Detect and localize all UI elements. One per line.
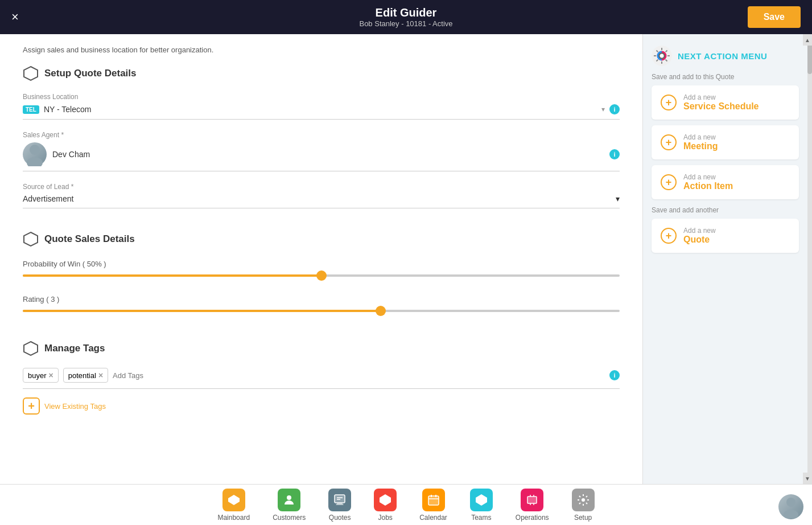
meeting-text: Add a new Meeting [683, 133, 790, 151]
svg-point-23 [582, 498, 585, 502]
probability-slider-container: Probability of Win ( 50% ) [23, 259, 620, 277]
quote-text: Add a new Quote [683, 227, 790, 245]
next-action-title: NEXT ACTION MENU [678, 51, 767, 61]
svg-marker-0 [24, 67, 38, 80]
probability-label: Probability of Win ( 50% ) [23, 260, 106, 268]
nav-setup[interactable]: Setup [560, 484, 606, 526]
add-new-service-label: Add a new [683, 93, 790, 101]
right-panel: NEXT ACTION MENU Save and add to this Qu… [642, 34, 807, 484]
business-location-input[interactable]: TEL NY - Telecom ▾ i [23, 104, 620, 120]
meeting-title: Meeting [683, 141, 790, 151]
save-add-label: Save and add to this Quote [652, 73, 799, 81]
svg-point-25 [784, 510, 798, 518]
close-button[interactable]: × [11, 10, 19, 24]
agent-name: Dev Cham [52, 150, 604, 159]
nav-setup-label: Setup [574, 514, 592, 522]
gear-icon [652, 46, 672, 66]
nav-customers[interactable]: Customers [261, 484, 317, 526]
add-new-action-label: Add a new [683, 173, 790, 181]
nav-teams[interactable]: Teams [459, 484, 504, 526]
nav-mainboard[interactable]: Mainboard [206, 484, 261, 526]
tag-potential-label: potential [68, 371, 96, 380]
add-service-schedule-card[interactable]: + Add a new Service Schedule [652, 85, 799, 120]
setup-icon [572, 489, 595, 511]
rating-thumb[interactable] [376, 306, 386, 316]
add-new-quote-label: Add a new [683, 227, 790, 235]
svg-point-1 [30, 145, 40, 155]
assign-text: Assign sales and business location for b… [23, 46, 620, 54]
nav-calendar[interactable]: Calendar [408, 484, 459, 526]
scrollbar[interactable] [807, 34, 812, 484]
agent-avatar [23, 142, 47, 166]
chevron-icon: ▾ [601, 105, 605, 113]
section2-icon [23, 231, 39, 247]
info-icon-location[interactable]: i [609, 104, 620, 114]
source-lead-input[interactable]: Advertisement ▾ [23, 194, 620, 208]
main-layout: Assign sales and business location for b… [0, 34, 812, 484]
add-quote-card[interactable]: + Add a new Quote [652, 219, 799, 253]
nav-quotes[interactable]: Quotes [317, 484, 362, 526]
tag-buyer-remove[interactable]: × [49, 371, 53, 380]
svg-point-6 [660, 54, 664, 58]
action-item-title: Action Item [683, 181, 790, 191]
business-location-field: Business Location TEL NY - Telecom ▾ i [23, 93, 620, 120]
quotes-icon [328, 489, 351, 511]
dropdown-arrow-icon: ▾ [616, 194, 620, 203]
add-tags-input[interactable] [113, 371, 605, 380]
next-action-header: NEXT ACTION MENU [652, 46, 799, 66]
user-avatar[interactable] [778, 494, 803, 519]
add-action-item-card[interactable]: + Add a new Action Item [652, 165, 799, 199]
page-title: Edit Guider [376, 6, 437, 19]
source-lead-label: Source of Lead * [23, 183, 620, 191]
section1-icon [23, 65, 39, 81]
info-icon-agent[interactable]: i [609, 149, 620, 159]
section1-header: Setup Quote Details [23, 65, 620, 81]
customers-icon [278, 489, 300, 511]
svg-rect-20 [428, 496, 439, 505]
probability-track[interactable] [23, 274, 620, 277]
teams-icon [470, 489, 493, 511]
operations-icon [521, 489, 543, 511]
source-lead-field: Source of Lead * Advertisement ▾ [23, 183, 620, 208]
view-tags-label: View Existing Tags [44, 402, 106, 411]
nav-jobs-label: Jobs [378, 514, 392, 522]
svg-point-2 [27, 157, 43, 166]
svg-marker-19 [380, 494, 391, 506]
calendar-icon [422, 489, 445, 511]
save-button[interactable]: Save [748, 6, 801, 28]
tag-potential-remove[interactable]: × [98, 371, 103, 380]
probability-thumb[interactable] [316, 270, 327, 281]
tags-field: buyer × potential × i + View Existing Ta… [23, 368, 620, 415]
tag-buyer: buyer × [23, 368, 59, 383]
svg-marker-16 [228, 495, 240, 505]
svg-marker-3 [24, 232, 38, 246]
view-existing-tags[interactable]: + View Existing Tags [23, 397, 620, 415]
scroll-down-arrow[interactable]: ▼ [803, 473, 812, 484]
svg-rect-18 [335, 495, 345, 503]
nav-mainboard-label: Mainboard [217, 514, 250, 522]
info-icon-tags[interactable]: i [609, 370, 620, 380]
jobs-icon [374, 489, 397, 511]
tags-container[interactable]: buyer × potential × i [23, 368, 620, 389]
nav-calendar-label: Calendar [419, 514, 447, 522]
business-location-label: Business Location [23, 93, 620, 101]
quote-title: Quote [683, 235, 790, 245]
content-area: Assign sales and business location for b… [0, 34, 642, 484]
rating-track[interactable] [23, 310, 620, 312]
nav-jobs[interactable]: Jobs [362, 484, 408, 526]
nav-operations[interactable]: Operations [504, 484, 560, 526]
scroll-up-arrow[interactable]: ▲ [803, 34, 812, 46]
service-schedule-title: Service Schedule [683, 101, 790, 112]
plus-icon-action: + [661, 174, 677, 190]
section2-header: Quote Sales Details [23, 231, 620, 247]
agent-input[interactable]: Dev Cham i [23, 142, 620, 171]
svg-marker-4 [24, 342, 38, 355]
probability-fill [23, 274, 321, 277]
header: × Edit Guider Bob Stanley - 10181 - Acti… [0, 0, 812, 34]
sales-agent-label: Sales Agent * [23, 131, 620, 139]
svg-marker-21 [476, 494, 487, 506]
business-location-value: NY - Telecom [44, 105, 597, 114]
add-meeting-card[interactable]: + Add a new Meeting [652, 125, 799, 159]
section2-title: Quote Sales Details [44, 233, 135, 245]
rating-label: Rating ( 3 ) [23, 295, 59, 303]
